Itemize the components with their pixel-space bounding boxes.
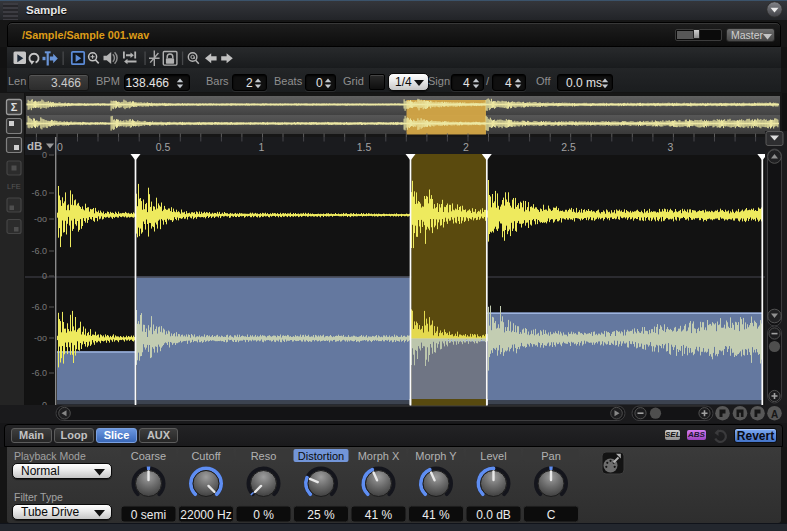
svg-text:A: A bbox=[771, 409, 778, 420]
svg-text:-6.0: -6.0 bbox=[31, 368, 47, 378]
svg-text:Level: Level bbox=[480, 450, 506, 462]
svg-text:C: C bbox=[547, 508, 556, 522]
svg-text:Cutoff: Cutoff bbox=[191, 450, 221, 462]
svg-text:-6.0: -6.0 bbox=[31, 188, 47, 198]
svg-text:41 %: 41 % bbox=[422, 508, 450, 522]
svg-text:2.5: 2.5 bbox=[561, 141, 576, 153]
svg-text:Distortion: Distortion bbox=[298, 450, 344, 462]
svg-text:Coarse: Coarse bbox=[131, 450, 166, 462]
svg-text:Pan: Pan bbox=[541, 450, 561, 462]
svg-text:25 %: 25 % bbox=[307, 508, 335, 522]
svg-text:2: 2 bbox=[463, 141, 469, 153]
svg-text:LFE: LFE bbox=[7, 182, 21, 191]
svg-text:-oo: -oo bbox=[34, 333, 47, 343]
svg-text:-6.0: -6.0 bbox=[31, 302, 47, 312]
svg-text:0.0 dB: 0.0 dB bbox=[476, 508, 511, 522]
svg-text:-oo: -oo bbox=[34, 214, 47, 224]
svg-text:Morph Y: Morph Y bbox=[415, 450, 457, 462]
svg-text:0 semi: 0 semi bbox=[131, 508, 166, 522]
svg-text:0: 0 bbox=[42, 150, 47, 160]
svg-text:1: 1 bbox=[259, 141, 265, 153]
svg-text:0 %: 0 % bbox=[253, 508, 274, 522]
svg-text:1.5: 1.5 bbox=[357, 141, 372, 153]
svg-text:41 %: 41 % bbox=[365, 508, 393, 522]
svg-text:-6.0: -6.0 bbox=[31, 246, 47, 256]
svg-text:22000 Hz: 22000 Hz bbox=[180, 508, 231, 522]
svg-text:3: 3 bbox=[668, 141, 674, 153]
svg-text:0: 0 bbox=[42, 271, 47, 281]
svg-text:dB: dB bbox=[27, 140, 42, 152]
svg-text:0: 0 bbox=[57, 141, 63, 153]
svg-text:Morph X: Morph X bbox=[358, 450, 400, 462]
svg-text:Reso: Reso bbox=[251, 450, 277, 462]
svg-text:0.5: 0.5 bbox=[156, 141, 171, 153]
svg-text:Σ: Σ bbox=[11, 101, 18, 113]
